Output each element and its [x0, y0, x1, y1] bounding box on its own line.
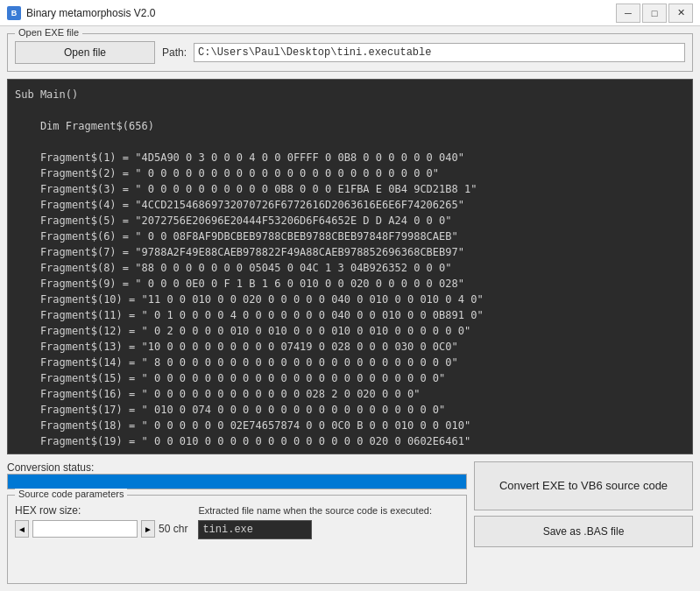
minimize-button[interactable]: ─	[616, 4, 640, 23]
code-content: Sub Main() Dim Fragment$(656) Fragment$(…	[15, 87, 685, 449]
bottom-left: Conversion status: Source code parameter…	[7, 461, 467, 584]
conversion-status-section: Conversion status:	[7, 461, 467, 489]
slider-left-arrow[interactable]: ◄	[15, 520, 29, 538]
bottom-section: Conversion status: Source code parameter…	[7, 461, 693, 584]
filename-label: Extracted file name when the source code…	[198, 504, 459, 517]
conversion-status-label: Conversion status:	[7, 461, 94, 474]
open-exe-group-title: Open EXE file	[15, 27, 82, 38]
app-title: Binary metamorphosis V2.0	[26, 7, 155, 19]
conversion-progress-bar	[7, 474, 467, 489]
code-display-wrapper: Sub Main() Dim Fragment$(656) Fragment$(…	[7, 79, 693, 454]
main-content: Open EXE file Open file Path: Sub Main()…	[0, 26, 700, 591]
bottom-right: Convert EXE to VB6 source code Save as .…	[474, 461, 693, 584]
open-exe-group: Open EXE file Open file Path:	[7, 33, 693, 72]
open-file-button[interactable]: Open file	[15, 41, 155, 64]
save-bas-button[interactable]: Save as .BAS file	[474, 516, 693, 547]
title-bar-left: B Binary metamorphosis V2.0	[7, 6, 155, 20]
open-file-row: Open file Path:	[15, 41, 685, 64]
params-content: HEX row size: ◄ ► 50 chr Extracted file …	[15, 504, 459, 539]
path-label: Path:	[162, 46, 187, 59]
source-params-group: Source code parameters HEX row size: ◄ ►…	[7, 495, 467, 584]
hex-row-label: HEX row size:	[15, 504, 187, 517]
source-params-title: Source code parameters	[15, 489, 127, 499]
code-display[interactable]: Sub Main() Dim Fragment$(656) Fragment$(…	[8, 80, 692, 454]
hex-row-section: HEX row size: ◄ ► 50 chr	[15, 504, 187, 538]
hex-row-value: 50 chr	[159, 523, 187, 535]
title-bar: B Binary metamorphosis V2.0 ─ □ ✕	[0, 0, 700, 26]
close-button[interactable]: ✕	[668, 4, 693, 23]
maximize-button[interactable]: □	[642, 4, 667, 23]
slider-row: ◄ ► 50 chr	[15, 520, 187, 538]
slider-track[interactable]	[32, 520, 138, 538]
window-controls: ─ □ ✕	[616, 4, 693, 23]
filename-input[interactable]	[198, 520, 312, 539]
app-icon: B	[7, 6, 21, 20]
path-input[interactable]	[194, 43, 685, 62]
slider-right-arrow[interactable]: ►	[141, 520, 155, 538]
convert-button[interactable]: Convert EXE to VB6 source code	[474, 461, 693, 510]
filename-section: Extracted file name when the source code…	[198, 504, 459, 539]
